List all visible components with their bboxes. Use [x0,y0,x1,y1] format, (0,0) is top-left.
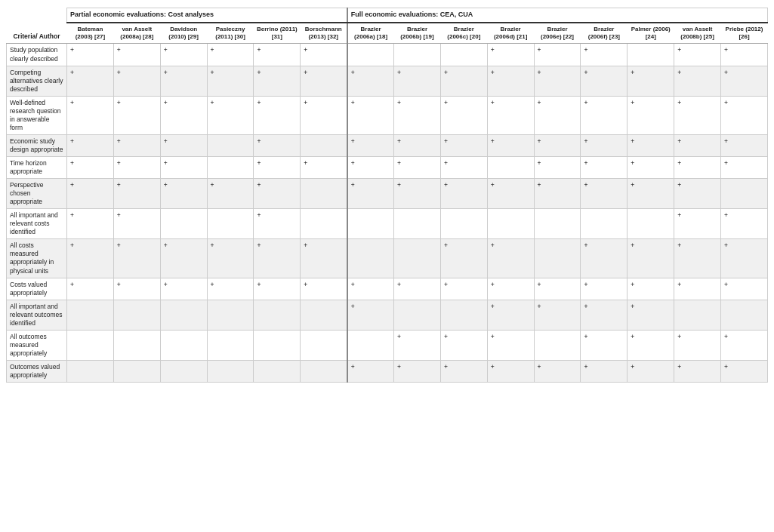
cell-partial-bateman: + [67,66,114,96]
cell-partial-pasieczny: + [207,239,254,278]
cell-full-brazier2006c: + [440,179,487,209]
cell-full-brazier2006b: + [394,360,441,382]
cell-full-brazier2006a: + [347,360,394,382]
cell-partial-van_asselt: + [113,179,160,209]
criteria-label: All costs measured appropriately in phys… [7,239,67,278]
cell-full-palmer: + [628,96,674,134]
cell-full-priebe: + [721,134,768,156]
cell-full-brazier2006f: + [581,330,628,360]
criteria-label: Time horizon appropriate [7,156,67,178]
cell-partial-bateman: + [67,96,114,134]
cell-full-brazier2006a: + [347,179,394,209]
cell-partial-borschmann [301,179,347,209]
cell-full-brazier2006b: + [394,96,441,134]
criteria-label: All outcomes measured appropriately [7,330,67,360]
cell-full-brazier2006c [440,300,487,330]
cell-full-brazier2006c [440,209,487,239]
cell-partial-borschmann: + [301,66,347,96]
cell-full-brazier2006b: + [394,156,441,178]
cell-partial-davidson: + [160,134,207,156]
cell-full-brazier2006b: + [394,330,441,360]
cell-partial-van_asselt: + [113,66,160,96]
criteria-spacer [7,8,67,23]
cell-partial-bateman: + [67,239,114,278]
cell-partial-pasieczny [207,330,254,360]
col-van-asselt2: van Asselt (2008b) [25] [674,23,721,44]
cell-full-brazier2006d: + [487,96,534,134]
cell-partial-berrino: + [254,44,301,66]
col-priebe: Priebe (2012) [26] [721,23,768,44]
table-row: Costs valued appropriately++++++++++++++… [7,278,768,300]
cell-full-brazier2006f: + [581,66,628,96]
cell-full-brazier2006e: + [534,96,581,134]
cell-partial-bateman [67,300,114,330]
cell-partial-berrino: + [254,239,301,278]
cell-full-priebe: + [721,360,768,382]
criteria-label: Competing alternatives clearly described [7,66,67,96]
col-brazier2006b: Brazier (2006b) [19] [394,23,441,44]
cell-full-priebe: + [721,209,768,239]
cell-partial-davidson [160,300,207,330]
cell-partial-pasieczny: + [207,44,254,66]
cell-full-brazier2006d: + [487,330,534,360]
cell-full-brazier2006a: + [347,300,394,330]
cell-full-van_asselt2: + [674,209,721,239]
table-row: Time horizon appropriate+++++++++++++ [7,156,768,178]
cell-full-brazier2006f: + [581,156,628,178]
cell-full-brazier2006f: + [581,300,628,330]
cell-partial-borschmann [301,360,347,382]
cell-partial-bateman: + [67,278,114,300]
cell-full-brazier2006e: + [534,300,581,330]
table-row: All important and relevant outcomes iden… [7,300,768,330]
cell-full-palmer: + [628,360,674,382]
col-brazier2006d: Brazier (2006d) [21] [487,23,534,44]
criteria-label: Outcomes valued appropriately [7,360,67,382]
cell-full-palmer: + [628,179,674,209]
cell-partial-davidson: + [160,239,207,278]
cell-partial-van_asselt: + [113,156,160,178]
cell-full-palmer [628,209,674,239]
cell-partial-pasieczny [207,209,254,239]
cell-full-brazier2006a: + [347,134,394,156]
col-brazier2006a: Brazier (2006a) [18] [347,23,394,44]
cell-full-brazier2006a [347,209,394,239]
cell-full-brazier2006e: + [534,156,581,178]
cell-full-brazier2006e: + [534,44,581,66]
cell-full-priebe: + [721,96,768,134]
cell-partial-davidson: + [160,278,207,300]
cell-partial-pasieczny [207,156,254,178]
partial-group-header: Partial economic evaluations: Cost analy… [67,8,347,23]
cell-full-brazier2006c: + [440,239,487,278]
cell-full-van_asselt2: + [674,44,721,66]
table-row: Perspective chosen appropriate++++++++++… [7,179,768,209]
cell-partial-borschmann [301,134,347,156]
cell-full-brazier2006f: + [581,134,628,156]
cell-full-brazier2006f: + [581,44,628,66]
cell-full-brazier2006b [394,300,441,330]
cell-full-palmer: + [628,300,674,330]
cell-full-brazier2006c: + [440,134,487,156]
cell-full-brazier2006e [534,209,581,239]
criteria-label: All important and relevant costs identif… [7,209,67,239]
cell-full-brazier2006b: + [394,134,441,156]
cell-partial-berrino: + [254,209,301,239]
col-van-asselt: van Asselt (2008a) [28] [113,23,160,44]
col-brazier2006e: Brazier (2006e) [22] [534,23,581,44]
cell-full-brazier2006d: + [487,278,534,300]
cell-full-van_asselt2: + [674,179,721,209]
table-row: Economic study design appropriate+++++++… [7,134,768,156]
cell-partial-van_asselt: + [113,44,160,66]
cell-full-van_asselt2 [674,300,721,330]
cell-full-brazier2006d [487,156,534,178]
cell-full-van_asselt2: + [674,330,721,360]
cell-partial-davidson: + [160,96,207,134]
cell-partial-berrino: + [254,66,301,96]
cell-full-brazier2006e: + [534,278,581,300]
cell-partial-bateman [67,360,114,382]
evaluation-table: Partial economic evaluations: Cost analy… [6,8,768,383]
cell-partial-pasieczny: + [207,66,254,96]
criteria-label: Costs valued appropriately [7,278,67,300]
criteria-label: Economic study design appropriate [7,134,67,156]
main-content: Partial economic evaluations: Cost analy… [0,0,774,390]
cell-full-brazier2006a [347,44,394,66]
